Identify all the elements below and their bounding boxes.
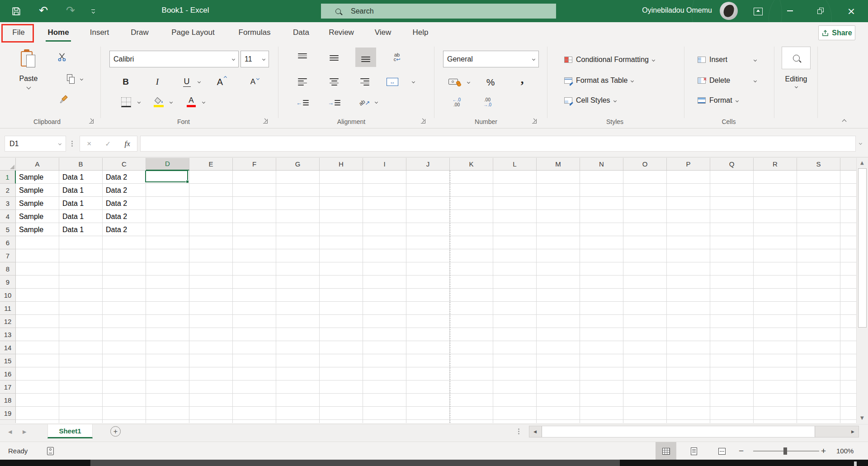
previous-sheet-icon[interactable]: ◀ — [8, 429, 12, 434]
font-name-select[interactable]: Calibri — [109, 51, 239, 67]
column-header-L[interactable]: L — [493, 158, 537, 171]
comma-style-button[interactable]: , — [515, 71, 529, 87]
cells-area[interactable]: SampleData 1Data 2SampleData 1Data 2Samp… — [16, 171, 856, 423]
cut-button[interactable] — [56, 51, 68, 63]
cell-A5[interactable]: Sample — [19, 223, 43, 236]
increase-indent-button[interactable]: → — [326, 94, 343, 111]
copy-button[interactable] — [65, 73, 76, 85]
tab-page-layout[interactable]: Page Layout — [165, 22, 222, 43]
column-header-O[interactable]: O — [623, 158, 667, 171]
increase-font-button[interactable]: A — [212, 74, 230, 90]
wrap-text-button[interactable]: ab c↩ — [388, 48, 406, 66]
cell-C1[interactable]: Data 2 — [106, 171, 127, 184]
align-top-button[interactable] — [294, 49, 311, 67]
font-dialog-launcher[interactable] — [263, 119, 268, 124]
redo-button[interactable]: ↷ — [64, 4, 77, 17]
column-header-M[interactable]: M — [537, 158, 580, 171]
delete-cells-button[interactable]: × Delete — [698, 74, 756, 87]
merge-center-button[interactable]: ↔ — [385, 75, 400, 89]
merge-chevron-icon[interactable] — [412, 80, 415, 83]
align-left-button[interactable] — [294, 73, 311, 90]
number-dialog-launcher[interactable] — [532, 119, 537, 124]
row-header-5[interactable]: 5 — [0, 223, 16, 236]
align-center-button[interactable] — [326, 73, 343, 90]
scroll-right-icon[interactable]: ▶ — [851, 430, 854, 434]
ribbon-display-options-button[interactable] — [752, 6, 764, 17]
underline-chevron-icon[interactable] — [198, 80, 201, 83]
name-box[interactable]: D1 — [5, 136, 66, 152]
font-color-chevron-icon[interactable] — [202, 100, 205, 104]
normal-view-button[interactable] — [656, 442, 676, 460]
column-header-R[interactable]: R — [754, 158, 797, 171]
decrease-font-button[interactable]: A — [245, 74, 263, 90]
percent-style-button[interactable]: % — [482, 74, 499, 90]
column-header-G[interactable]: G — [276, 158, 320, 171]
column-header-S[interactable]: S — [797, 158, 840, 171]
close-button[interactable]: × — [844, 4, 859, 18]
scroll-down-icon[interactable]: ▼ — [860, 416, 864, 420]
row-header-13[interactable]: 13 — [0, 328, 16, 341]
cell-C5[interactable]: Data 2 — [106, 223, 127, 236]
fill-color-button[interactable] — [152, 94, 165, 110]
tab-home[interactable]: Home — [43, 22, 74, 43]
copy-chevron-icon[interactable] — [80, 77, 83, 81]
tab-formulas[interactable]: Formulas — [234, 22, 275, 43]
cell-B1[interactable]: Data 1 — [62, 171, 84, 184]
row-header-12[interactable]: 12 — [0, 315, 16, 328]
column-header-H[interactable]: H — [320, 158, 363, 171]
row-header-16[interactable]: 16 — [0, 367, 16, 380]
column-header-I[interactable]: I — [363, 158, 406, 171]
collapse-ribbon-button[interactable] — [842, 119, 847, 124]
account-user-name[interactable]: Oyinebiladou Omemu — [626, 6, 712, 14]
accounting-format-button[interactable] — [446, 74, 464, 90]
restore-button[interactable] — [814, 5, 827, 17]
vertical-scrollbar[interactable]: ▲ ▼ — [856, 158, 868, 423]
row-header-2[interactable]: 2 — [0, 184, 16, 197]
column-header-D[interactable]: D — [146, 158, 189, 171]
tab-review[interactable]: Review — [326, 22, 357, 43]
column-header-N[interactable]: N — [580, 158, 623, 171]
column-header-P[interactable]: P — [667, 158, 710, 171]
avatar[interactable] — [720, 2, 738, 20]
zoom-slider-thumb[interactable] — [783, 447, 787, 455]
tab-data[interactable]: Data — [288, 22, 314, 43]
cell-C4[interactable]: Data 2 — [106, 210, 127, 223]
cell-B3[interactable]: Data 1 — [62, 197, 84, 210]
column-header-E[interactable]: E — [189, 158, 233, 171]
cell-A2[interactable]: Sample — [19, 184, 43, 197]
page-layout-view-button[interactable] — [684, 442, 704, 460]
zoom-out-button[interactable]: − — [739, 442, 744, 460]
orientation-button[interactable]: ab ↗ — [355, 94, 373, 111]
share-button[interactable]: Share — [818, 25, 855, 40]
cell-B4[interactable]: Data 1 — [62, 210, 84, 223]
format-as-table-button[interactable]: Format as Table — [564, 74, 633, 87]
tab-draw[interactable]: Draw — [126, 22, 154, 43]
horizontal-scrollbar[interactable]: ◀ ▶ — [529, 426, 859, 437]
column-header-K[interactable]: K — [450, 158, 493, 171]
minimize-button[interactable] — [783, 5, 797, 17]
column-headers[interactable]: ABCDEFGHIJKLMNOPQRST — [16, 158, 856, 171]
zoom-in-button[interactable]: + — [821, 442, 826, 460]
column-header-J[interactable]: J — [406, 158, 450, 171]
underline-button[interactable]: U — [180, 74, 193, 90]
column-header-C[interactable]: C — [103, 158, 146, 171]
row-header-17[interactable]: 17 — [0, 380, 16, 394]
row-header-8[interactable]: 8 — [0, 262, 16, 276]
row-header-20[interactable]: 20 — [0, 420, 16, 423]
borders-chevron-icon[interactable] — [137, 100, 141, 104]
page-break-preview-button[interactable] — [712, 442, 732, 460]
format-painter-button[interactable] — [58, 93, 70, 105]
row-header-15[interactable]: 15 — [0, 354, 16, 367]
zoom-level[interactable]: 100% — [836, 442, 854, 460]
align-bottom-button[interactable] — [355, 48, 376, 67]
new-sheet-button[interactable]: + — [110, 426, 121, 437]
column-header-B[interactable]: B — [59, 158, 103, 171]
decrease-indent-button[interactable]: ← — [294, 94, 311, 111]
row-header-11[interactable]: 11 — [0, 302, 16, 315]
customize-quick-access-button[interactable] — [89, 7, 98, 16]
fill-handle[interactable] — [186, 180, 189, 183]
formula-bar-drag-handle[interactable] — [71, 140, 73, 147]
sheetbar-drag-handle[interactable] — [518, 428, 519, 435]
expand-formula-bar-icon[interactable] — [859, 142, 862, 145]
tab-view[interactable]: View — [370, 22, 396, 43]
